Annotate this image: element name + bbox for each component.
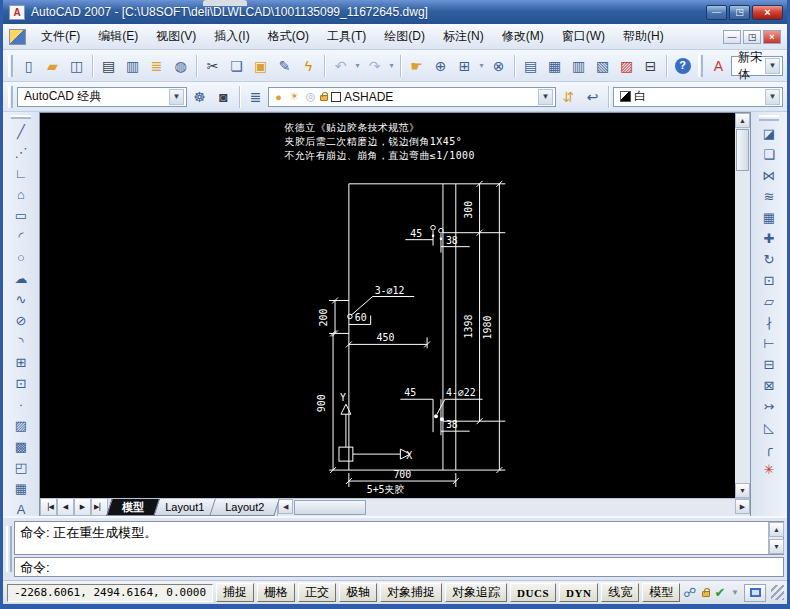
osnap-button[interactable]: 对象捕捉 [380, 583, 442, 602]
arc-button[interactable]: ◜ [8, 226, 34, 247]
text-style-combo[interactable]: 新宋体 ▼ [731, 56, 783, 76]
tool-palettes-button[interactable]: ▥ [567, 54, 590, 78]
tab-previous-button[interactable]: ◀ [57, 499, 74, 516]
point-button[interactable]: ∙ [8, 394, 34, 415]
lineweight-button[interactable]: 线宽 [601, 583, 639, 602]
close-button[interactable]: × [752, 5, 783, 20]
menu-file[interactable]: 文件(F) [32, 25, 89, 48]
undo-dropdown[interactable]: ▾ [353, 61, 362, 70]
revision-cloud-button[interactable]: ☁ [8, 268, 34, 289]
circle-button[interactable]: ○ [8, 247, 34, 268]
trim-button[interactable]: ∤ [756, 312, 782, 333]
ortho-button[interactable]: 正交 [298, 583, 336, 602]
fillet-button[interactable]: ╭ [756, 438, 782, 459]
copy-button[interactable]: ❏ [225, 54, 248, 78]
rotate-button[interactable]: ↻ [756, 249, 782, 270]
scroll-up-button[interactable]: ▲ [769, 522, 784, 537]
coordinate-readout[interactable]: -2268.6061, 2494.6164, 0.0000 [7, 584, 213, 602]
vertical-scrollbar[interactable]: ▲ ▼ [735, 113, 750, 498]
publish-button[interactable]: ≣ [145, 54, 168, 78]
extend-button[interactable]: ⊢ [756, 333, 782, 354]
multiline-text-button[interactable]: A [8, 499, 34, 520]
layer-lock-icon[interactable] [320, 95, 328, 101]
match-properties-button[interactable]: ✎ [273, 54, 296, 78]
workspace-combo[interactable]: AutoCAD 经典 ▼ [17, 87, 187, 107]
color-combo[interactable]: 白 ▼ [613, 87, 783, 107]
designcenter-button[interactable]: ▦ [543, 54, 566, 78]
menu-window[interactable]: 窗口(W) [553, 25, 614, 48]
cut-button[interactable]: ✂ [201, 54, 224, 78]
layer-freeze-sun-icon[interactable]: ☀ [288, 90, 301, 103]
redo-dropdown[interactable]: ▾ [387, 61, 396, 70]
menu-format[interactable]: 格式(O) [259, 25, 318, 48]
zoom-previous-button[interactable]: ⊗ [487, 54, 510, 78]
chevron-down-icon[interactable]: ▼ [765, 89, 780, 105]
join-button[interactable]: ↣ [756, 396, 782, 417]
tab-last-button[interactable]: ▶▏ [91, 499, 108, 516]
layer-states-button[interactable]: ⇵ [557, 85, 580, 109]
explode-button[interactable]: ✳ [756, 459, 782, 480]
scroll-down-button[interactable]: ▼ [735, 483, 750, 498]
horizontal-scroll-thumb[interactable] [294, 500, 366, 515]
insert-block-button[interactable]: ⊞ [8, 352, 34, 373]
polygon-button[interactable]: ⌂ [8, 184, 34, 205]
horizontal-scrollbar[interactable]: ◀ ▶ [277, 499, 750, 516]
hatch-button[interactable]: ▨ [8, 415, 34, 436]
save-button[interactable]: ◫ [65, 54, 88, 78]
draw-toolbar-grip[interactable] [11, 115, 31, 119]
clean-screen-button[interactable] [744, 584, 766, 602]
my-workspace-button[interactable]: ◙ [212, 85, 235, 109]
chevron-down-icon[interactable]: ▼ [169, 89, 184, 105]
menu-modify[interactable]: 修改(M) [493, 25, 553, 48]
rectangle-button[interactable]: ▭ [8, 205, 34, 226]
validation-check-icon[interactable]: ✔ [715, 586, 726, 599]
tray-dropdown-icon[interactable]: ▼ [730, 588, 739, 597]
region-button[interactable]: ◰ [8, 457, 34, 478]
model-space-button[interactable]: 模型 [642, 583, 680, 602]
layer-properties-button[interactable]: ≣ [244, 85, 267, 109]
erase-button[interactable]: ◪ [756, 123, 782, 144]
styles-toolbar-grip[interactable] [698, 55, 703, 77]
tab-first-button[interactable]: ▕◀ [40, 499, 57, 516]
menu-insert[interactable]: 插入(I) [205, 25, 258, 48]
chamfer-button[interactable]: ◺ [756, 417, 782, 438]
menu-view[interactable]: 视图(V) [147, 25, 205, 48]
paste-button[interactable]: ▣ [249, 54, 272, 78]
toolbar-grip[interactable] [8, 55, 13, 77]
mdi-close-button[interactable]: × [763, 30, 781, 44]
chevron-down-icon[interactable]: ▼ [538, 89, 553, 105]
mirror-button[interactable]: ⋈ [756, 165, 782, 186]
tab-layout2[interactable]: Layout2 [209, 499, 280, 516]
undo-button[interactable]: ↶ [329, 54, 352, 78]
zoom-realtime-button[interactable]: ⊕ [429, 54, 452, 78]
layer-previous-button[interactable]: ↩ [581, 85, 604, 109]
copy-object-button[interactable]: ❏ [756, 144, 782, 165]
line-button[interactable]: ╱ [8, 121, 34, 142]
spline-button[interactable]: ∿ [8, 289, 34, 310]
sheet-set-manager-button[interactable]: ▧ [591, 54, 614, 78]
break-button[interactable]: ⊠ [756, 375, 782, 396]
redo-button[interactable]: ↷ [363, 54, 386, 78]
vertical-scroll-thumb[interactable] [736, 129, 749, 171]
command-window-grip[interactable] [6, 526, 12, 572]
break-at-point-button[interactable]: ⊟ [756, 354, 782, 375]
pan-button[interactable]: ☛ [405, 54, 428, 78]
move-button[interactable]: ✚ [756, 228, 782, 249]
make-block-button[interactable]: ⊡ [8, 373, 34, 394]
new-button[interactable]: ▯ [17, 54, 40, 78]
window-resize-grip[interactable] [771, 585, 784, 600]
menu-dimension[interactable]: 标注(N) [434, 25, 493, 48]
menu-draw[interactable]: 绘图(D) [375, 25, 434, 48]
ducs-button[interactable]: DUCS [510, 583, 556, 602]
block-editor-button[interactable]: ϟ [297, 54, 320, 78]
scroll-left-button[interactable]: ◀ [278, 499, 293, 514]
help-button[interactable]: ? [671, 54, 694, 78]
text-style-button[interactable]: A [707, 54, 730, 78]
3d-dwf-button[interactable]: ◍ [169, 54, 192, 78]
dyn-button[interactable]: DYN [559, 583, 598, 602]
mdi-minimize-button[interactable]: — [723, 30, 741, 44]
offset-button[interactable]: ≋ [756, 186, 782, 207]
command-scrollbar[interactable]: ▲ ▼ [768, 522, 783, 554]
ellipse-button[interactable]: ⊘ [8, 310, 34, 331]
properties-palette-button[interactable]: ▤ [519, 54, 542, 78]
